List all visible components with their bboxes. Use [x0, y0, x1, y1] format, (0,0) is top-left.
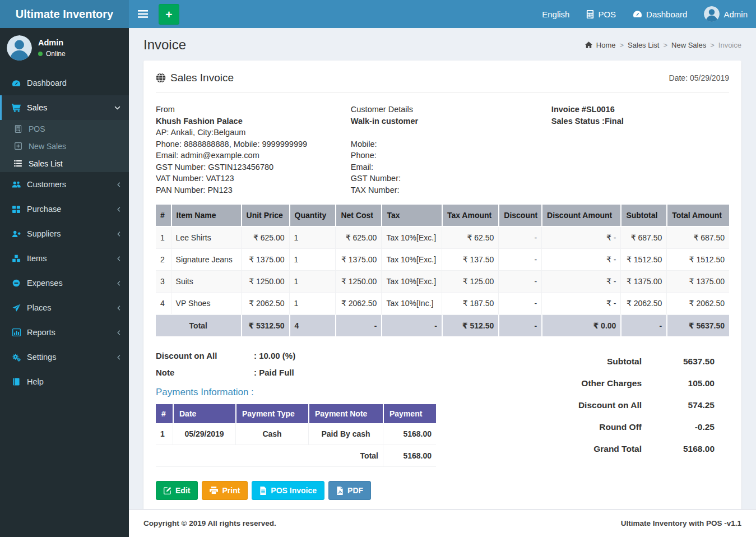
item-cell: 4	[156, 293, 171, 314]
items-total-cell: -	[620, 314, 666, 336]
payment-row: 105/29/2019CashPaid By cash5168.00	[156, 423, 436, 445]
edit-button[interactable]: Edit	[156, 481, 198, 500]
item-cell: Tax 10%[Exc.]	[381, 227, 442, 249]
item-cell: 1	[156, 227, 171, 249]
bar-chart-icon	[11, 328, 21, 337]
users-icon	[11, 180, 21, 189]
item-cell: 1	[289, 271, 336, 293]
item-cell: ₹ 687.50	[666, 227, 729, 249]
app: Ultimate Inventory + English POS	[0, 0, 756, 537]
sidebar-item-suppliers[interactable]: Suppliers	[0, 221, 129, 246]
item-row: 4VP Shoes₹ 2062.501₹ 2062.50Tax 10%[Inc.…	[156, 293, 729, 314]
item-cell: 2	[156, 249, 171, 271]
sidebar-item-dashboard[interactable]: Dashboard	[0, 71, 129, 95]
chevron-left-icon	[117, 280, 120, 286]
nav-language[interactable]: English	[534, 0, 578, 28]
file-pdf-icon	[336, 487, 344, 495]
nav-user[interactable]: Admin	[695, 0, 756, 28]
item-cell: ₹ 1250.00	[241, 271, 289, 293]
pos-invoice-button[interactable]: POS Invoice	[252, 481, 324, 500]
item-cell: 1	[289, 249, 336, 271]
sidebar-item-items[interactable]: Items	[0, 246, 129, 271]
chevron-left-icon	[117, 182, 120, 188]
nav-dashboard[interactable]: Dashboard	[624, 0, 695, 28]
payments-title: Payments Information :	[156, 387, 521, 398]
item-cell: ₹ 2062.50	[666, 293, 729, 314]
breadcrumb-new-sales[interactable]: New Sales	[671, 41, 706, 49]
user-avatar	[704, 6, 720, 22]
calculator-icon	[13, 124, 23, 133]
sidebar-user-name: Admin	[38, 38, 66, 47]
pencil-icon	[164, 487, 171, 494]
from-section: From Khush Fashion Palace AP: Ankali, Ci…	[156, 104, 351, 196]
sidebar-item-reports[interactable]: Reports	[0, 320, 129, 345]
items-total-cell: ₹ 512.50	[442, 314, 498, 336]
top-navbar: + English POS Dashboard	[129, 0, 756, 28]
company-name: Khush Fashion Palace	[156, 115, 351, 127]
payment-cell: Paid By cash	[308, 423, 383, 445]
sidebar-item-new-sales[interactable]: New Sales	[0, 137, 129, 155]
items-col-header: Item Name	[171, 205, 241, 227]
breadcrumb-sales-list[interactable]: Sales List	[628, 41, 659, 49]
book-icon	[11, 377, 21, 386]
summary-label: Subtotal	[607, 357, 642, 367]
items-total-cell: ₹ 5312.50	[241, 314, 289, 336]
print-button[interactable]: Print	[202, 481, 248, 500]
items-table: #Item NameUnit PriceQuantityNet CostTaxT…	[156, 205, 729, 336]
sidebar-item-customers[interactable]: Customers	[0, 172, 129, 197]
item-row: 3Suits₹ 1250.001₹ 1250.00Tax 10%[Exc.]₹ …	[156, 271, 729, 293]
items-col-header: Total Amount	[666, 205, 729, 227]
items-col-header: Subtotal	[620, 205, 666, 227]
items-total-cell: -	[498, 314, 541, 336]
tachometer-icon	[11, 78, 21, 87]
summary-value: 5637.50	[642, 357, 715, 367]
hamburger-icon	[138, 10, 148, 18]
sidebar-item-help[interactable]: Help	[0, 369, 129, 394]
summary-value: 105.00	[642, 378, 715, 388]
sidebar-item-sales-list[interactable]: Sales List	[0, 155, 129, 172]
home-icon	[585, 41, 592, 48]
sidebar-item-sales[interactable]: Sales	[0, 95, 129, 120]
invoice-info: From Khush Fashion Palace AP: Ankali, Ci…	[156, 104, 729, 196]
item-cell: ₹ -	[541, 271, 620, 293]
sidebar-toggle-button[interactable]	[129, 0, 157, 28]
breadcrumb-home[interactable]: Home	[596, 41, 616, 49]
plus-square-icon	[13, 142, 23, 151]
nav-pos[interactable]: POS	[578, 0, 624, 28]
item-cell: -	[498, 249, 541, 271]
item-cell: VP Shoes	[171, 293, 241, 314]
sidebar-user-status[interactable]: Online	[38, 50, 66, 58]
summary-row: Discount on All574.25	[521, 400, 715, 410]
summary-value: 5168.00	[642, 444, 715, 454]
payments-col-header: Payment	[383, 404, 436, 423]
brand-logo[interactable]: Ultimate Inventory	[0, 0, 129, 28]
items-total-cell: -	[381, 314, 442, 336]
paper-plane-icon	[11, 303, 21, 312]
content-area: Invoice Home > Sales List > New Sales > …	[129, 28, 756, 509]
cart-icon	[11, 103, 21, 112]
customer-name: Walk-in customer	[351, 115, 551, 127]
item-cell: ₹ 1512.50	[620, 249, 666, 271]
item-cell: Lee Shirts	[171, 227, 241, 249]
summary-label: Discount on All	[578, 400, 642, 410]
chevron-left-icon	[117, 206, 120, 212]
sales-status: Sales Status :Final	[551, 115, 729, 127]
quick-add-button[interactable]: +	[159, 4, 179, 25]
sidebar-item-expenses[interactable]: Expenses	[0, 271, 129, 295]
item-cell: Tax 10%[Exc.]	[381, 249, 442, 271]
sidebar-item-settings[interactable]: Settings	[0, 345, 129, 369]
item-cell: ₹ 2062.50	[241, 293, 289, 314]
pdf-button[interactable]: PDF	[328, 481, 371, 500]
chevron-down-icon	[114, 106, 120, 110]
item-row: 1Lee Shirts₹ 625.001₹ 625.00Tax 10%[Exc.…	[156, 227, 729, 249]
sidebar-item-purchase[interactable]: Purchase	[0, 197, 129, 221]
footer-version: Ultimate Inventory with POS -v1.1	[621, 519, 741, 527]
sidebar-item-pos[interactable]: POS	[0, 120, 129, 137]
brand-text: Ultimate Inventory	[16, 8, 113, 21]
payments-col-header: Payment Note	[308, 404, 383, 423]
items-table-head-row: #Item NameUnit PriceQuantityNet CostTaxT…	[156, 205, 729, 227]
sidebar-item-places[interactable]: Places	[0, 295, 129, 320]
items-total-cell: ₹ 5637.50	[666, 314, 729, 336]
summary-value: -0.25	[642, 422, 715, 432]
item-cell: ₹ 125.00	[442, 271, 498, 293]
